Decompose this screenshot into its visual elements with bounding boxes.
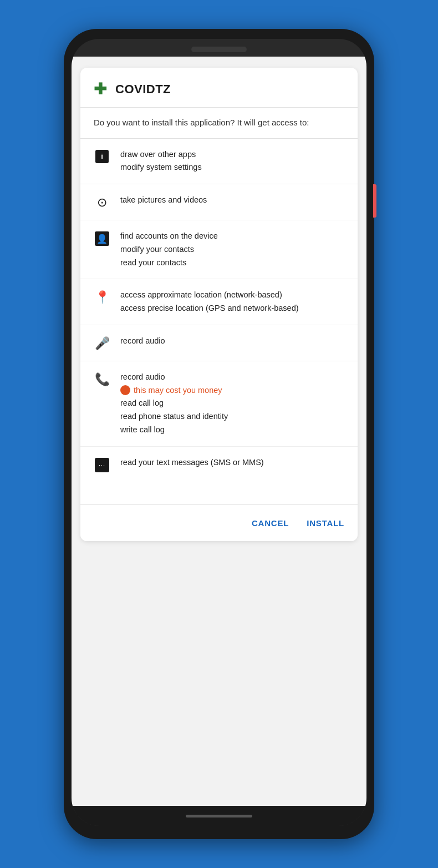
permission-item-location: 📍 access approximate location (network-b…	[80, 279, 358, 325]
perm-text: draw over other apps	[120, 149, 344, 161]
location-icon: 📍	[94, 289, 110, 305]
perm-text-call: record audio	[120, 371, 344, 383]
mic-icon: 🎤	[94, 335, 110, 351]
perm-texts-phone: record audio this may cost you money rea…	[120, 371, 344, 436]
permission-item-overlay: i draw over other apps modify system set…	[80, 139, 358, 185]
perm-text: read call log	[120, 397, 344, 410]
perm-text: read phone status and identity	[120, 411, 344, 423]
install-dialog: ✚ COVIDTZ Do you want to install this ap…	[80, 68, 358, 541]
perm-text: modify system settings	[120, 162, 344, 174]
install-button[interactable]: INSTALL	[307, 516, 344, 530]
cancel-button[interactable]: CANCEL	[252, 516, 289, 530]
sms-icon: ···	[94, 457, 110, 472]
dialog-footer: CANCEL INSTALL	[80, 504, 358, 541]
permissions-list: i draw over other apps modify system set…	[80, 139, 358, 482]
perm-text: modify your contacts	[120, 244, 344, 256]
perm-text: access precise location (GPS and network…	[120, 302, 344, 315]
perm-texts-camera: take pictures and videos	[120, 194, 344, 206]
permission-item-sms: ··· read your text messages (SMS or MMS)	[80, 447, 358, 482]
bottom-nav-bar	[72, 806, 366, 826]
perm-texts-location: access approximate location (network-bas…	[120, 289, 344, 315]
perm-text: access approximate location (network-bas…	[120, 289, 344, 301]
perm-texts-overlay: draw over other apps modify system setti…	[120, 149, 344, 174]
perm-text: take pictures and videos	[120, 194, 344, 206]
phone-frame: ✚ COVIDTZ Do you want to install this ap…	[64, 29, 374, 839]
speaker	[191, 47, 247, 52]
perm-texts-contacts: find accounts on the device modify your …	[120, 230, 344, 269]
permission-item-mic: 🎤 record audio	[80, 325, 358, 361]
app-name: COVIDTZ	[115, 82, 171, 97]
contacts-icon: 👤	[94, 230, 110, 246]
permission-item-contacts: 👤 find accounts on the device modify you…	[80, 220, 358, 279]
perm-text: find accounts on the device	[120, 230, 344, 243]
dialog-header: ✚ COVIDTZ	[80, 68, 358, 108]
side-button	[373, 184, 376, 218]
perm-text: read your text messages (SMS or MMS)	[120, 457, 344, 469]
perm-text: read your contacts	[120, 257, 344, 269]
install-description: Do you want to install this application?…	[80, 108, 358, 139]
nav-indicator	[186, 815, 252, 817]
perm-text: record audio	[120, 335, 344, 347]
perm-texts-mic: record audio	[120, 335, 344, 347]
app-icon: ✚	[94, 80, 106, 98]
perm-texts-sms: read your text messages (SMS or MMS)	[120, 457, 344, 469]
permission-item-phone: 📞 record audio this may cost you money r…	[80, 361, 358, 447]
warning-coin-icon	[120, 385, 130, 395]
perm-text-warning: this may cost you money	[120, 385, 344, 397]
screen-content: ✚ COVIDTZ Do you want to install this ap…	[72, 57, 366, 806]
phone-screen: ✚ COVIDTZ Do you want to install this ap…	[72, 39, 366, 826]
phone-icon: 📞	[94, 371, 110, 387]
permission-item-camera: ⊙ take pictures and videos	[80, 184, 358, 220]
info-icon: i	[94, 149, 110, 163]
perm-text: write call log	[120, 424, 344, 436]
camera-icon: ⊙	[94, 194, 110, 210]
